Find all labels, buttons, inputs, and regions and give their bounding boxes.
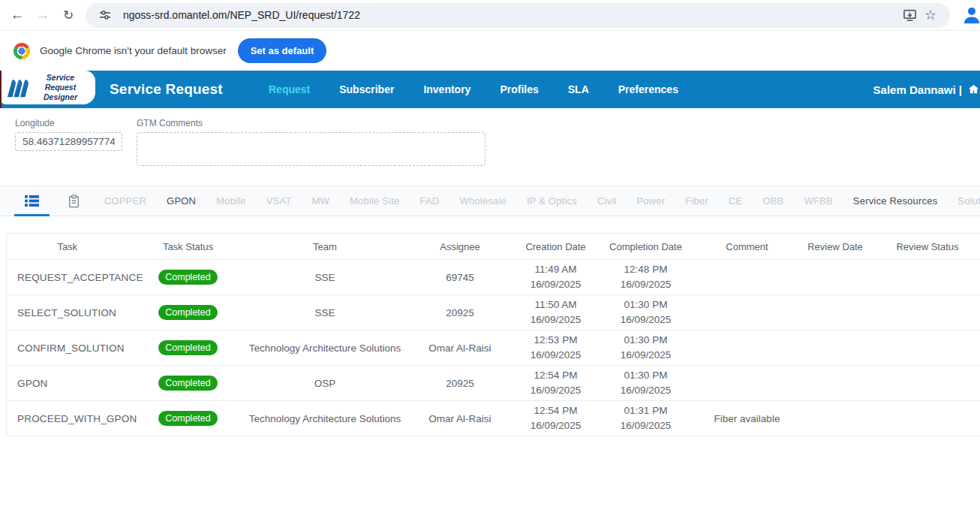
assignee-cell: Omar Al-Raisi [402,401,519,436]
main-nav: Request Subscriber Inventory Profiles SL… [269,71,678,108]
tab-item[interactable]: COPPER [104,186,146,216]
nav-item[interactable]: SLA [568,83,589,95]
logo-text: Service Request Designer [30,73,95,102]
tab-task-list[interactable] [20,186,44,216]
user-box[interactable]: Salem Dannawi | [873,71,980,108]
completion-date-cell: 01:30 PM16/09/2025 [594,295,699,330]
table-row[interactable]: REQUEST_ACCEPTANCE Completed SSE 69745 1… [7,260,980,295]
bookmark-star-icon[interactable]: ☆ [920,5,941,26]
url-text[interactable]: ngoss-srd.omantel.om/NEP_SRD_UI/request/… [123,9,360,21]
browser-profile-avatar[interactable] [960,2,980,29]
nav-item[interactable]: Request [269,83,310,95]
column-header[interactable]: Assignee [402,234,519,260]
table-row[interactable]: PROCEED_WITH_GPON Completed Technology A… [7,401,980,436]
nav-item[interactable]: Inventory [423,83,470,95]
status-badge: Completed [158,305,217,320]
completion-date-cell: 01:30 PM16/09/2025 [594,330,699,366]
tab-item[interactable]: GPON [167,186,196,216]
column-header[interactable]: Creation Date [519,234,594,260]
assignee-cell: Omar Al-Raisi [402,330,519,366]
tab-item[interactable]: Solution [957,186,980,216]
clipboard-icon [68,195,80,208]
completion-date-cell: 12:48 PM16/09/2025 [594,260,699,295]
column-header[interactable]: Comment [699,234,796,260]
task-status-cell: Completed [128,260,248,295]
tab-item[interactable]: Fiber [685,186,708,216]
list-view-icon [25,195,39,207]
site-settings-icon[interactable] [95,5,116,26]
tab-item[interactable]: VSAT [266,186,292,216]
tab-item[interactable]: WFBB [804,186,832,216]
back-icon[interactable]: ← [5,2,30,28]
review-status-cell [875,330,980,366]
comment-cell [699,260,796,295]
gtm-comments-label: GTM Comments [137,118,485,128]
team-cell: Technology Architecture Solutions [248,401,402,436]
nav-item[interactable]: Profiles [500,83,538,95]
task-name: CONFIRM_SOLUTION [7,330,128,366]
install-app-icon[interactable] [899,5,920,26]
request-form-section: Longitude GTM Comments [0,108,980,186]
user-name: Salem Dannawi | [873,83,962,96]
review-date-cell [796,330,875,366]
review-date-cell [796,401,875,436]
tab-item[interactable]: Power [636,186,665,216]
longitude-field-group: Longitude [15,118,122,151]
assignee-cell: 20925 [402,366,519,401]
home-icon[interactable] [967,83,980,95]
table-row[interactable]: CONFIRM_SOLUTION Completed Technology Ar… [7,330,980,366]
review-status-cell [875,260,980,295]
reload-icon[interactable]: ↻ [56,2,81,28]
task-name: REQUEST_ACCEPTANCE [7,260,128,295]
tab-item[interactable]: Mobile [216,186,246,216]
task-name: GPON [7,366,128,401]
comment-cell [699,366,796,401]
creation-date-cell: 12:54 PM16/09/2025 [519,401,594,436]
tab-item[interactable]: OBB [762,186,783,216]
creation-date-cell: 12:53 PM16/09/2025 [519,330,594,366]
column-header[interactable]: Completion Date [594,234,699,260]
status-badge: Completed [158,376,217,391]
category-tab-bar: COPPER GPON Mobile VSAT MW Mobile Site F… [0,186,980,216]
creation-date-cell: 11:49 AM16/09/2025 [519,260,594,295]
tab-item[interactable]: Wholesale [459,186,507,216]
team-cell: Technology Architecture Solutions [248,330,402,366]
chrome-logo-icon [14,43,30,59]
column-header[interactable]: Review Date [796,234,875,260]
tab-item[interactable]: FAD [420,186,440,216]
tab-item[interactable]: IP & Optics [527,186,577,216]
tab-item[interactable]: CE [729,186,742,216]
comment-cell [699,330,796,366]
task-status-cell: Completed [128,330,248,366]
column-header[interactable]: Review Status [875,234,980,260]
nav-item[interactable]: Subscriber [339,83,394,95]
column-header[interactable]: Task Status [128,234,248,260]
tab-labels: COPPER GPON Mobile VSAT MW Mobile Site F… [104,186,980,216]
status-badge: Completed [158,411,217,426]
column-header[interactable]: Task [7,234,128,260]
app-header: Service Request Designer Service Request… [0,71,980,108]
window-edge-strip [0,71,2,108]
status-badge: Completed [158,270,217,285]
task-table: TaskTask StatusTeamAssigneeCreation Date… [6,233,980,436]
column-header[interactable]: Team [248,234,402,260]
tab-item[interactable]: Civil [597,186,617,216]
tab-item[interactable]: Mobile Site [350,186,400,216]
table-row[interactable]: SELECT_SOLUTION Completed SSE 20925 11:5… [7,295,980,330]
table-row[interactable]: GPON Completed OSP 20925 12:54 PM16/09/2… [7,366,980,401]
table-header-row: TaskTask StatusTeamAssigneeCreation Date… [7,234,980,260]
gtm-comments-textarea[interactable] [137,132,485,166]
tab-item[interactable]: Service Resources [853,186,938,216]
team-cell: SSE [248,260,402,295]
status-badge: Completed [158,340,217,355]
tab-item[interactable]: MW [312,186,330,216]
completion-date-cell: 01:31 PM16/09/2025 [594,401,699,436]
nav-item[interactable]: Preferences [618,83,678,95]
longitude-input[interactable] [15,132,122,151]
task-name: SELECT_SOLUTION [7,295,128,330]
review-status-cell [875,295,980,330]
tab-notes[interactable] [64,186,84,216]
address-bar[interactable]: ngoss-srd.omantel.om/NEP_SRD_UI/request/… [86,3,950,28]
set-as-default-button[interactable]: Set as default [238,38,327,63]
app-logo[interactable]: Service Request Designer [0,71,95,104]
